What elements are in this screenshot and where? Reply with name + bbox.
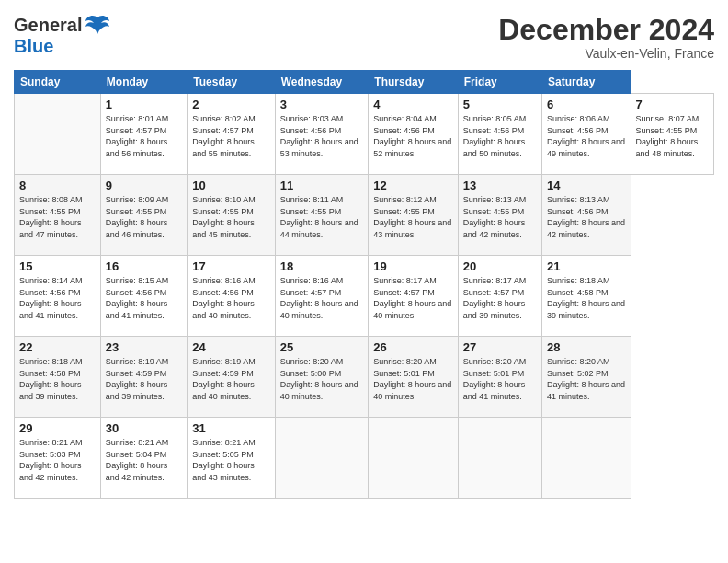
sunrise-text: Sunrise: 8:13 AM [463,194,537,206]
calendar-cell: 20 Sunrise: 8:17 AM Sunset: 4:57 PM Dayl… [458,256,541,337]
sunrise-text: Sunrise: 8:09 AM [106,194,183,206]
sunset-text: Sunset: 4:58 PM [547,287,626,299]
calendar-cell: 16 Sunrise: 8:15 AM Sunset: 4:56 PM Dayl… [100,256,188,337]
sunset-text: Sunset: 4:56 PM [19,287,96,299]
day-info: Sunrise: 8:08 AM Sunset: 4:55 PM Dayligh… [19,194,96,240]
daylight-text: Daylight: 8 hours and 39 minutes. [463,298,537,321]
sunset-text: Sunset: 4:56 PM [547,206,626,218]
day-number: 27 [463,340,537,354]
calendar-cell: 17 Sunrise: 8:16 AM Sunset: 4:56 PM Dayl… [188,256,275,337]
daylight-text: Daylight: 8 hours and 49 minutes. [547,136,626,159]
sunset-text: Sunset: 5:01 PM [373,368,452,380]
day-number: 1 [106,98,183,111]
day-info: Sunrise: 8:05 AM Sunset: 4:56 PM Dayligh… [463,113,537,159]
logo: General Blue [14,14,110,57]
sunrise-text: Sunrise: 8:20 AM [463,356,537,368]
day-info: Sunrise: 8:20 AM Sunset: 5:01 PM Dayligh… [373,356,452,402]
sunset-text: Sunset: 4:55 PM [373,206,452,218]
daylight-text: Daylight: 8 hours and 46 minutes. [106,217,183,240]
calendar-cell: 8 Sunrise: 8:08 AM Sunset: 4:55 PM Dayli… [15,175,101,256]
calendar-cell: 31 Sunrise: 8:21 AM Sunset: 5:05 PM Dayl… [188,418,275,499]
day-number: 7 [636,98,709,111]
sunrise-text: Sunrise: 8:19 AM [106,356,183,368]
header: General Blue December 2024 Vaulx-en-Veli… [14,14,714,61]
day-number: 8 [19,178,96,192]
sunset-text: Sunset: 4:57 PM [463,287,537,299]
sunrise-text: Sunrise: 8:04 AM [373,113,452,125]
day-info: Sunrise: 8:21 AM Sunset: 5:04 PM Dayligh… [106,437,183,483]
sunset-text: Sunset: 5:00 PM [280,368,364,380]
sunrise-text: Sunrise: 8:03 AM [280,113,364,125]
day-number: 18 [280,259,364,273]
calendar-cell: 9 Sunrise: 8:09 AM Sunset: 4:55 PM Dayli… [100,175,188,256]
sunrise-text: Sunrise: 8:14 AM [19,275,96,287]
day-info: Sunrise: 8:01 AM Sunset: 4:57 PM Dayligh… [106,113,183,159]
sunrise-text: Sunrise: 8:20 AM [280,356,364,368]
calendar-week-row: 22 Sunrise: 8:18 AM Sunset: 4:58 PM Dayl… [15,337,714,418]
daylight-text: Daylight: 8 hours and 40 minutes. [280,298,364,321]
day-number: 29 [19,421,96,435]
day-number: 14 [547,178,626,192]
page-container: General Blue December 2024 Vaulx-en-Veli… [0,0,728,508]
day-info: Sunrise: 8:03 AM Sunset: 4:56 PM Dayligh… [280,113,364,159]
sunrise-text: Sunrise: 8:16 AM [192,275,269,287]
sunrise-text: Sunrise: 8:21 AM [19,437,96,449]
day-number: 24 [192,340,269,354]
daylight-text: Daylight: 8 hours and 43 minutes. [373,217,452,240]
day-number: 11 [280,178,364,192]
sunrise-text: Sunrise: 8:08 AM [19,194,96,206]
sunset-text: Sunset: 4:55 PM [19,206,96,218]
calendar-cell: 23 Sunrise: 8:19 AM Sunset: 4:59 PM Dayl… [100,337,188,418]
day-number: 6 [547,98,626,111]
calendar-cell: 12 Sunrise: 8:12 AM Sunset: 4:55 PM Dayl… [369,175,458,256]
logo-general: General [14,15,82,36]
sunset-text: Sunset: 4:57 PM [373,287,452,299]
calendar-cell [275,418,369,499]
month-title: December 2024 [498,14,714,46]
daylight-text: Daylight: 8 hours and 40 minutes. [373,298,452,321]
sunrise-text: Sunrise: 8:06 AM [547,113,626,125]
calendar-week-row: 1 Sunrise: 8:01 AM Sunset: 4:57 PM Dayli… [15,94,714,175]
sunset-text: Sunset: 4:57 PM [106,125,183,137]
day-number: 26 [373,340,452,354]
calendar-cell: 11 Sunrise: 8:11 AM Sunset: 4:55 PM Dayl… [275,175,369,256]
sunrise-text: Sunrise: 8:21 AM [106,437,183,449]
day-info: Sunrise: 8:20 AM Sunset: 5:02 PM Dayligh… [547,356,626,402]
day-number: 23 [106,340,183,354]
sunrise-text: Sunrise: 8:10 AM [192,194,269,206]
sunset-text: Sunset: 5:03 PM [19,449,96,461]
sunset-text: Sunset: 4:57 PM [192,125,269,137]
daylight-text: Daylight: 8 hours and 42 minutes. [463,217,537,240]
logo-blue: Blue [14,36,53,56]
calendar-week-row: 8 Sunrise: 8:08 AM Sunset: 4:55 PM Dayli… [15,175,714,256]
calendar-cell: 2 Sunrise: 8:02 AM Sunset: 4:57 PM Dayli… [188,94,275,175]
sunset-text: Sunset: 4:55 PM [192,206,269,218]
sunset-text: Sunset: 4:56 PM [373,125,452,137]
daylight-text: Daylight: 8 hours and 41 minutes. [463,379,537,402]
day-info: Sunrise: 8:02 AM Sunset: 4:57 PM Dayligh… [192,113,269,159]
daylight-text: Daylight: 8 hours and 41 minutes. [547,379,626,402]
sunset-text: Sunset: 4:59 PM [192,368,269,380]
sunrise-text: Sunrise: 8:05 AM [463,113,537,125]
calendar-week-row: 29 Sunrise: 8:21 AM Sunset: 5:03 PM Dayl… [15,418,714,499]
daylight-text: Daylight: 8 hours and 56 minutes. [106,136,183,159]
day-info: Sunrise: 8:06 AM Sunset: 4:56 PM Dayligh… [547,113,626,159]
day-info: Sunrise: 8:12 AM Sunset: 4:55 PM Dayligh… [373,194,452,240]
calendar-cell: 25 Sunrise: 8:20 AM Sunset: 5:00 PM Dayl… [275,337,369,418]
day-number: 2 [192,98,269,111]
header-wednesday: Wednesday [275,71,369,94]
day-info: Sunrise: 8:13 AM Sunset: 4:56 PM Dayligh… [547,194,626,240]
calendar-cell: 26 Sunrise: 8:20 AM Sunset: 5:01 PM Dayl… [369,337,458,418]
daylight-text: Daylight: 8 hours and 41 minutes. [106,298,183,321]
header-thursday: Thursday [369,71,458,94]
calendar-cell: 19 Sunrise: 8:17 AM Sunset: 4:57 PM Dayl… [369,256,458,337]
logo-bird-icon [85,14,110,36]
daylight-text: Daylight: 8 hours and 55 minutes. [192,136,269,159]
calendar-cell: 5 Sunrise: 8:05 AM Sunset: 4:56 PM Dayli… [458,94,541,175]
sunset-text: Sunset: 4:58 PM [19,368,96,380]
day-number: 31 [192,421,269,435]
sunset-text: Sunset: 4:56 PM [106,287,183,299]
daylight-text: Daylight: 8 hours and 52 minutes. [373,136,452,159]
day-info: Sunrise: 8:13 AM Sunset: 4:55 PM Dayligh… [463,194,537,240]
daylight-text: Daylight: 8 hours and 42 minutes. [106,460,183,483]
